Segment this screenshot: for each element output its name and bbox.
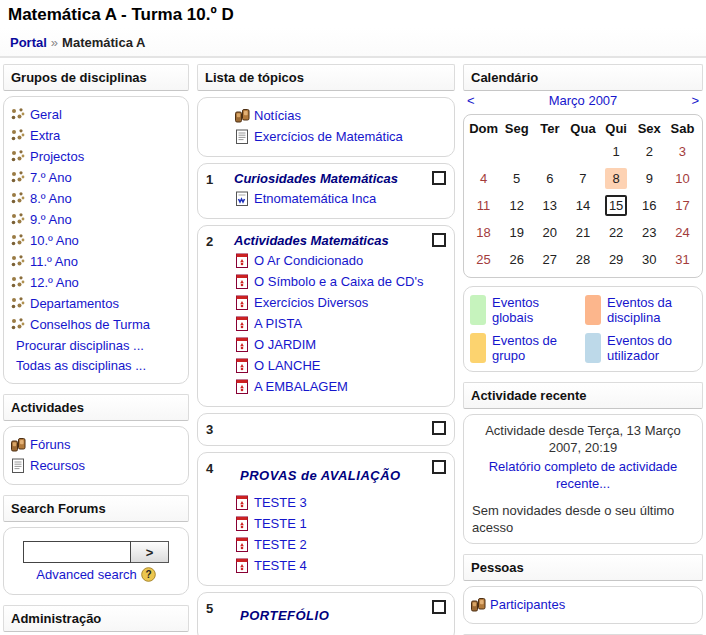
calendar-day-cell: 31 [666, 246, 699, 273]
calendar-day-header: Sex [633, 119, 666, 138]
highlight-topic-checkbox[interactable] [432, 600, 446, 614]
sidebar-category-item-link[interactable]: 9.º Ano [30, 210, 72, 230]
topic-activity-item-link[interactable]: Etnomatemática Inca [254, 189, 376, 209]
topic-activity-item-link[interactable]: A EMBALAGEM [254, 377, 348, 397]
topic-activity-item-link[interactable]: TESTE 2 [254, 535, 307, 555]
topic-activity-item: TESTE 2 [234, 535, 426, 555]
sidebar-category-item: 11.º Ano [10, 252, 182, 272]
topic-box-news: NotíciasExercícios de Matemática [197, 97, 455, 157]
topic-activity-item: Etnomatemática Inca [234, 189, 426, 209]
sidebar-category-item: Projectos [10, 147, 182, 167]
recent-activity-report-link[interactable]: Relatório completo de actividade recente… [470, 458, 696, 492]
activity-item-link[interactable]: Fóruns [30, 435, 70, 455]
topic-box-5: 5PORTEFÓLIO [197, 592, 455, 635]
breadcrumb-separator: » [47, 35, 62, 50]
right-sidebar: Calendário < Março 2007 > DomSegTerQuaQu… [463, 64, 703, 635]
topic-activity-item-link[interactable]: TESTE 3 [254, 493, 307, 513]
calendar-day-cell: 12 [500, 192, 533, 219]
topic-activity-item-link[interactable]: O Símbolo e a Caixa de CD's [254, 272, 423, 292]
help-icon[interactable]: ? [141, 567, 156, 585]
forum-icon [10, 437, 27, 453]
breadcrumb: Portal»Matemática A [0, 28, 706, 58]
legend-link[interactable]: Eventos de grupo [492, 333, 581, 363]
highlight-topic-checkbox[interactable] [432, 460, 446, 474]
category-icon [10, 170, 27, 186]
legend-swatch [470, 333, 486, 363]
calendar-day-cell: 7 [566, 165, 599, 192]
calendar-day-cell[interactable]: 8 [600, 165, 633, 192]
activity-item-link[interactable]: Recursos [30, 456, 85, 476]
breadcrumb-home-link[interactable]: Portal [10, 35, 47, 50]
topic-activity-item-link[interactable]: TESTE 1 [254, 514, 307, 534]
block-calendar: Calendário < Março 2007 > DomSegTerQuaQu… [463, 64, 703, 372]
sidebar-category-item-link[interactable]: 11.º Ano [30, 252, 78, 272]
calendar-day-cell: 30 [633, 246, 666, 273]
sidebar-category-item-link[interactable]: Extra [30, 126, 60, 146]
topic-activity-item-link[interactable]: Exercícios de Matemática [254, 127, 403, 147]
sidebar-category-item-link[interactable]: 10.º Ano [30, 231, 79, 251]
topic-number: 5 [206, 600, 230, 633]
category-icon [10, 149, 27, 165]
block-people-title: Pessoas [463, 554, 703, 581]
sidebar-category-item-link[interactable]: Conselhos de Turma [30, 315, 150, 335]
sidebar-category-item-link[interactable]: 12.º Ano [30, 273, 79, 293]
calendar-day-cell: 6 [533, 165, 566, 192]
calendar-day-cell: 13 [533, 192, 566, 219]
topic-activity-item: O Símbolo e a Caixa de CD's [234, 272, 426, 292]
category-extra-link[interactable]: Todas as disciplinas ... [10, 356, 182, 376]
sidebar-category-item: 7.º Ano [10, 168, 182, 188]
highlight-topic-checkbox[interactable] [432, 421, 446, 435]
sidebar-category-item-link[interactable]: 8.º Ano [30, 189, 72, 209]
calendar-day-cell [566, 138, 599, 165]
topic-number: 4 [206, 460, 230, 577]
highlight-topic-checkbox[interactable] [432, 171, 446, 185]
legend-link[interactable]: Eventos do utilizador [607, 333, 696, 363]
topic-activity-item-link[interactable]: A PISTA [254, 314, 302, 334]
topic-activity-item-link[interactable]: O JARDIM [254, 335, 316, 355]
topic-activity-item-link[interactable]: Exercícios Diversos [254, 293, 368, 313]
topic-activity-item: TESTE 1 [234, 514, 426, 534]
topic-activity-item-link[interactable]: Notícias [254, 106, 301, 126]
resource-icon [10, 458, 27, 474]
calendar-day-cell: 15 [600, 192, 633, 219]
calendar-day-cell: 26 [500, 246, 533, 273]
legend-swatch [470, 295, 486, 325]
advanced-search-link[interactable]: Advanced search [36, 567, 136, 582]
topic-box-3: 3 [197, 413, 455, 446]
calendar-month-link[interactable]: Março 2007 [487, 93, 679, 108]
search-forums-input[interactable] [23, 541, 131, 563]
search-forums-submit-button[interactable]: > [131, 541, 169, 563]
pdf-icon [234, 316, 251, 332]
pdf-icon [234, 495, 251, 511]
calendar-day-cell: 17 [666, 192, 699, 219]
topic-activity-item: A EMBALAGEM [234, 377, 426, 397]
pdf-icon [234, 274, 251, 290]
legend-link[interactable]: Eventos da disciplina [607, 295, 696, 325]
pdf-icon [234, 253, 251, 269]
breadcrumb-current: Matemática A [62, 35, 145, 50]
sidebar-category-item: 10.º Ano [10, 231, 182, 251]
topic-activity-item-link[interactable]: O Ar Condicionado [254, 251, 363, 271]
calendar-next-icon[interactable]: > [679, 93, 699, 108]
topic-activity-item: TESTE 3 [234, 493, 426, 513]
calendar-day-cell [500, 138, 533, 165]
block-course-categories-title: Grupos de disciplinas [3, 64, 189, 91]
calendar-day-header: Ter [533, 119, 566, 138]
sidebar-category-item-link[interactable]: Departamentos [30, 294, 119, 314]
calendar-prev-icon[interactable]: < [467, 93, 487, 108]
topic-activity-item: Exercícios Diversos [234, 293, 426, 313]
forum-icon [234, 108, 251, 124]
sidebar-category-item-link[interactable]: Geral [30, 105, 62, 125]
legend-link[interactable]: Eventos globais [492, 295, 581, 325]
topic-activity-item-link[interactable]: TESTE 4 [254, 556, 307, 576]
legend-swatch [585, 295, 601, 325]
topic-activity-item-link[interactable]: O LANCHE [254, 356, 320, 376]
legend-item: Eventos do utilizador [585, 333, 696, 363]
topics-title: Lista de tópicos [197, 64, 455, 91]
sidebar-category-item-link[interactable]: Projectos [30, 147, 84, 167]
people-item-link[interactable]: Participantes [490, 595, 565, 615]
highlight-topic-checkbox[interactable] [432, 233, 446, 247]
sidebar-category-item-link[interactable]: 7.º Ano [30, 168, 72, 188]
pdf-icon [234, 295, 251, 311]
category-extra-link[interactable]: Procurar disciplinas ... [10, 336, 182, 356]
